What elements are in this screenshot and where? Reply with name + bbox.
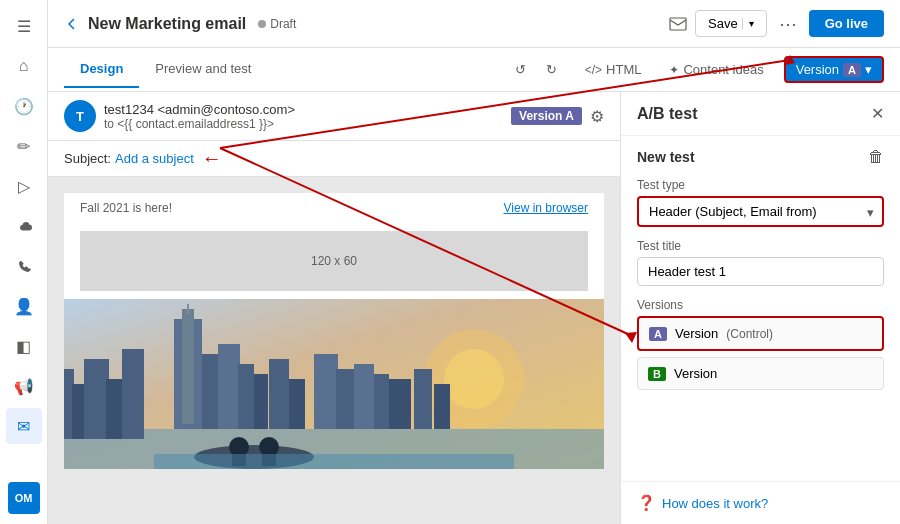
tab-preview[interactable]: Preview and test (139, 51, 267, 88)
test-title-field: Test title (637, 239, 884, 286)
email-body: Fall 2021 is here! View in browser 120 x… (48, 177, 620, 524)
svg-rect-15 (238, 364, 254, 429)
versions-field: Versions A Version (Control) B Version (637, 298, 884, 396)
save-label: Save (708, 16, 738, 31)
nav-edit[interactable]: ✏ (6, 128, 42, 164)
undo-redo: ↺ ↻ (507, 58, 565, 81)
nav-settings[interactable]: OM (6, 480, 42, 516)
email-canvas: T test1234 <admin@contoso.com> to <{{ co… (48, 92, 620, 524)
draft-label: Draft (270, 17, 296, 31)
svg-rect-24 (414, 369, 432, 429)
svg-rect-17 (269, 359, 289, 429)
svg-rect-0 (670, 18, 686, 30)
nav-person[interactable]: 👤 (6, 288, 42, 324)
test-title-label: Test title (637, 239, 884, 253)
nav-cloud[interactable] (6, 208, 42, 244)
html-button[interactable]: </> HTML (577, 58, 650, 81)
subject-link[interactable]: Add a subject (115, 151, 194, 166)
ab-title: A/B test (637, 105, 697, 123)
version-a-item[interactable]: A Version (Control) (637, 316, 884, 351)
left-nav: ☰ ⌂ 🕐 ✏ ▷ 👤 ◧ 📢 ✉ OM (0, 0, 48, 524)
test-type-label: Test type (637, 178, 884, 192)
draft-dot (258, 20, 266, 28)
svg-rect-12 (187, 304, 189, 314)
subject-bar: Subject: Add a subject ← (48, 141, 620, 177)
ab-section-title: New test (637, 149, 695, 165)
nav-recent[interactable]: 🕐 (6, 88, 42, 124)
svg-rect-22 (374, 374, 389, 429)
content-area: T test1234 <admin@contoso.com> to <{{ co… (48, 92, 900, 524)
help-icon: ❓ (637, 494, 656, 512)
top-bar-actions: Save ▾ ⋯ Go live (669, 9, 884, 39)
sender-avatar: T (64, 100, 96, 132)
nav-phone[interactable] (6, 248, 42, 284)
versions-label: Versions (637, 298, 884, 312)
email-icon (669, 17, 687, 31)
version-button[interactable]: Version A ▾ (784, 56, 884, 83)
svg-rect-31 (154, 454, 514, 469)
test-type-field: Test type Header (Subject, Email from) C… (637, 178, 884, 227)
email-top-bar2: Fall 2021 is here! View in browser (64, 193, 604, 223)
svg-rect-20 (336, 369, 354, 429)
undo-button[interactable]: ↺ (507, 58, 534, 81)
user-avatar: OM (8, 482, 40, 514)
content-ideas-button[interactable]: ✦ Content ideas (661, 58, 771, 81)
svg-rect-21 (354, 364, 374, 429)
svg-rect-16 (254, 374, 268, 429)
ab-footer: ❓ How does it work? (621, 481, 900, 524)
version-label: Version (796, 62, 839, 77)
save-chevron[interactable]: ▾ (742, 18, 754, 29)
fall-text: Fall 2021 is here! (80, 201, 172, 215)
svg-rect-11 (182, 309, 194, 424)
page-title: New Marketing email (88, 15, 246, 33)
nav-broadcast[interactable]: 📢 (6, 368, 42, 404)
help-link[interactable]: How does it work? (662, 496, 768, 511)
nav-home[interactable]: ⌂ (6, 48, 42, 84)
version-b-badge: B (648, 367, 666, 381)
nav-mail[interactable]: ✉ (6, 408, 42, 444)
nav-play[interactable]: ▷ (6, 168, 42, 204)
email-version-badge: Version A (511, 107, 582, 125)
draft-badge: Draft (258, 17, 296, 31)
top-bar: New Marketing email Draft Save ▾ ⋯ Go li… (48, 0, 900, 48)
subject-label: Subject: (64, 151, 111, 166)
nav-layout[interactable]: ◧ (6, 328, 42, 364)
svg-rect-7 (84, 359, 109, 439)
email-header-bar: T test1234 <admin@contoso.com> to <{{ co… (48, 92, 620, 141)
svg-point-3 (444, 349, 504, 409)
svg-rect-14 (218, 344, 240, 429)
nav-menu[interactable]: ☰ (6, 8, 42, 44)
golive-button[interactable]: Go live (809, 10, 884, 37)
svg-rect-18 (289, 379, 305, 429)
svg-rect-23 (389, 379, 411, 429)
back-button[interactable] (64, 16, 80, 32)
settings-icon[interactable]: ⚙ (590, 107, 604, 126)
ab-close-button[interactable]: ✕ (871, 104, 884, 123)
version-a-control: (Control) (726, 327, 773, 341)
svg-rect-13 (202, 354, 220, 429)
tab-bar: Design Preview and test ↺ ↻ </> HTML ✦ C… (48, 48, 900, 92)
version-b-item[interactable]: B Version (637, 357, 884, 390)
save-button[interactable]: Save ▾ (695, 10, 767, 37)
svg-rect-25 (434, 384, 450, 429)
ab-delete-button[interactable]: 🗑 (868, 148, 884, 166)
tab-design[interactable]: Design (64, 51, 139, 88)
test-title-input[interactable] (637, 257, 884, 286)
main-container: New Marketing email Draft Save ▾ ⋯ Go li… (48, 0, 900, 524)
sender-info: test1234 <admin@contoso.com> to <{{ cont… (104, 102, 503, 131)
ab-body: New test 🗑 Test type Header (Subject, Em… (621, 136, 900, 408)
sender-name: test1234 <admin@contoso.com> (104, 102, 503, 117)
test-type-select-wrapper[interactable]: Header (Subject, Email from) Content Sen… (637, 196, 884, 227)
ab-panel-header: A/B test ✕ (621, 92, 900, 136)
ab-panel: A/B test ✕ New test 🗑 Test type Header (… (620, 92, 900, 524)
email-placeholder: 120 x 60 (80, 231, 588, 291)
test-type-select[interactable]: Header (Subject, Email from) Content Sen… (637, 196, 884, 227)
view-in-browser-link[interactable]: View in browser (504, 201, 588, 215)
version-a-badge: A (649, 327, 667, 341)
svg-rect-9 (122, 349, 144, 439)
email-preview-box: Fall 2021 is here! View in browser 120 x… (64, 193, 604, 469)
redo-button[interactable]: ↻ (538, 58, 565, 81)
more-button[interactable]: ⋯ (775, 9, 801, 39)
version-chevron: ▾ (865, 62, 872, 77)
svg-rect-19 (314, 354, 338, 429)
